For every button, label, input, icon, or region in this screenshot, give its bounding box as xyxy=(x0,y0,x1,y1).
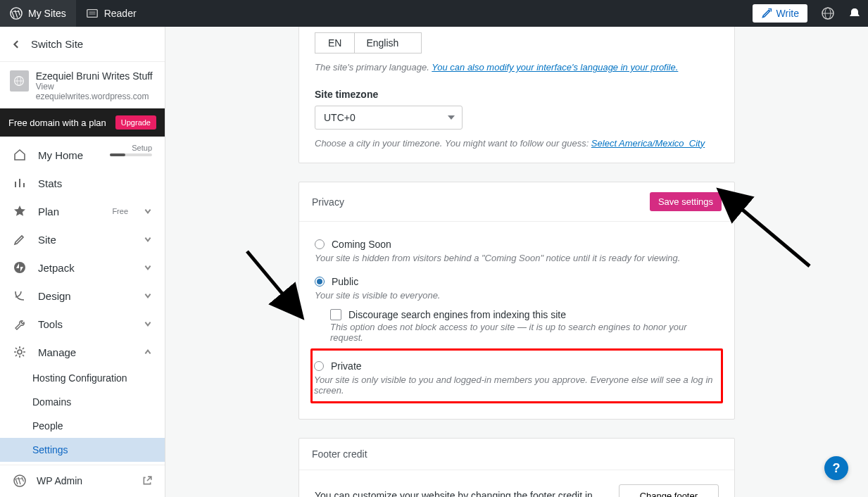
help-icon: ? xyxy=(833,461,841,476)
footer-credit-title: Footer credit xyxy=(312,448,367,460)
sidebar-item-label: WP Admin xyxy=(37,475,82,486)
nav-reader[interactable]: Reader xyxy=(76,0,146,27)
sidebar-item-label: Manage xyxy=(38,346,134,358)
privacy-title: Privacy xyxy=(312,196,344,208)
radio-coming-soon[interactable]: Coming Soon xyxy=(315,234,719,251)
coming-soon-desc: Your site is hidden from visitors behind… xyxy=(315,253,719,263)
discourage-desc: This option does not block access to you… xyxy=(330,322,719,343)
site-url: View ezequielwrites.wordpress.com xyxy=(36,82,155,101)
sidebar: Switch Site Ezequiel Bruni Writes Stuff … xyxy=(0,27,165,497)
sidebar-sub-people[interactable]: People xyxy=(0,414,165,438)
stats-icon xyxy=(13,176,28,190)
svg-point-11 xyxy=(18,350,22,354)
notification-icon[interactable] xyxy=(841,0,868,27)
site-thumb-icon xyxy=(10,70,29,92)
nav-my-sites-label: My Sites xyxy=(28,8,66,19)
svg-point-10 xyxy=(14,262,25,273)
switch-site[interactable]: Switch Site xyxy=(0,27,165,62)
sidebar-item-label: Plan xyxy=(38,206,102,218)
language-code[interactable]: EN xyxy=(315,32,354,54)
main-content: EN English The site's primary language. … xyxy=(165,27,868,497)
sidebar-item-jetpack[interactable]: Jetpack xyxy=(0,253,165,282)
design-icon xyxy=(13,289,28,303)
sidebar-item-label: Site xyxy=(38,234,134,246)
card-footer-credit: Footer credit You can customize your web… xyxy=(298,438,735,497)
discourage-label: Discourage search engines from indexing … xyxy=(348,309,566,320)
chevron-down-icon xyxy=(144,235,152,244)
domain-banner-text: Free domain with a plan xyxy=(8,118,106,128)
language-profile-link[interactable]: You can also modify your interface's lan… xyxy=(432,62,678,73)
write-label: Write xyxy=(776,8,799,19)
jetpack-icon xyxy=(13,260,28,275)
sidebar-item-plan[interactable]: Plan Free xyxy=(0,197,165,225)
setup-progress xyxy=(110,153,152,156)
sidebar-item-label: Stats xyxy=(38,177,152,189)
gear-icon xyxy=(13,345,28,359)
chevron-down-icon xyxy=(144,291,152,300)
checkbox-discourage[interactable]: Discourage search engines from indexing … xyxy=(330,309,719,320)
sidebar-item-label: Design xyxy=(38,290,134,302)
write-icon xyxy=(761,8,772,19)
checkbox-icon xyxy=(330,309,341,320)
reader-icon xyxy=(86,7,99,20)
radio-icon xyxy=(314,361,324,371)
wordpress-icon xyxy=(10,7,23,20)
setup-label: Setup xyxy=(132,144,152,152)
domain-banner: Free domain with a plan Upgrade xyxy=(0,108,165,137)
admin-bar: My Sites Reader Write xyxy=(0,0,868,27)
nav-my-sites[interactable]: My Sites xyxy=(0,0,76,27)
site-card[interactable]: Ezequiel Bruni Writes Stuff View ezequie… xyxy=(0,62,165,108)
sidebar-sub-settings[interactable]: Settings xyxy=(0,438,165,462)
timezone-suggest-link[interactable]: Select America/Mexico_City xyxy=(591,138,705,149)
chevron-left-icon xyxy=(13,40,21,49)
sidebar-item-design[interactable]: Design xyxy=(0,282,165,310)
radio-private[interactable]: Private xyxy=(314,356,719,373)
timezone-help: Choose a city in your timezone. You migh… xyxy=(315,137,719,151)
language-name[interactable]: English xyxy=(354,32,422,54)
footer-credit-desc: You can customize your website by changi… xyxy=(315,490,619,497)
wordpress-icon xyxy=(13,474,27,488)
globe-icon[interactable] xyxy=(814,0,841,27)
timezone-select[interactable]: UTC+0 xyxy=(315,106,463,130)
sidebar-sub-domains[interactable]: Domains xyxy=(0,390,165,414)
highlight-private: Private Your site is only visible to you… xyxy=(310,348,723,403)
sidebar-item-wpadmin[interactable]: WP Admin xyxy=(0,465,165,496)
card-general: EN English The site's primary language. … xyxy=(298,27,735,163)
change-footer-button[interactable]: Change footer credit xyxy=(619,484,719,497)
plan-meta: Free xyxy=(112,207,128,215)
star-icon xyxy=(13,204,28,218)
card-privacy: Privacy Save settings Coming Soon Your s… xyxy=(298,182,735,420)
sidebar-sub-hosting[interactable]: Hosting Configuration xyxy=(0,366,165,390)
radio-icon xyxy=(315,277,325,287)
sidebar-item-label: Jetpack xyxy=(38,262,134,274)
site-name: Ezequiel Bruni Writes Stuff xyxy=(36,70,155,82)
private-desc: Your site is only visible to you and log… xyxy=(314,375,719,396)
chevron-down-icon xyxy=(144,207,152,215)
sidebar-item-tools[interactable]: Tools xyxy=(0,310,165,338)
manage-subnav: Hosting Configuration Domains People Set… xyxy=(0,366,165,462)
timezone-label: Site timezone xyxy=(315,89,719,100)
sidebar-item-site[interactable]: Site xyxy=(0,225,165,253)
sidebar-item-stats[interactable]: Stats xyxy=(0,169,165,197)
sidebar-item-home[interactable]: My Home Setup xyxy=(0,141,165,169)
public-desc: Your site is visible to everyone. xyxy=(315,290,719,301)
pencil-icon xyxy=(13,232,28,246)
language-help: The site's primary language. You can als… xyxy=(315,61,719,75)
sidebar-item-label: Tools xyxy=(38,318,134,330)
help-button[interactable]: ? xyxy=(824,456,848,480)
timezone-value: UTC+0 xyxy=(324,112,356,123)
write-button[interactable]: Write xyxy=(753,4,807,23)
chevron-up-icon xyxy=(144,348,152,356)
switch-site-label: Switch Site xyxy=(31,38,83,50)
radio-icon xyxy=(315,239,325,249)
nav-reader-label: Reader xyxy=(104,8,137,19)
external-link-icon xyxy=(142,476,152,486)
sidebar-item-manage[interactable]: Manage xyxy=(0,338,165,366)
sidebar-nav: My Home Setup Stats Plan Free Site Jetpa… xyxy=(0,137,165,496)
home-icon xyxy=(13,148,28,162)
save-settings-button[interactable]: Save settings xyxy=(650,192,722,211)
radio-public[interactable]: Public xyxy=(315,272,719,289)
chevron-down-icon xyxy=(144,320,152,328)
svg-rect-1 xyxy=(87,10,96,18)
upgrade-button[interactable]: Upgrade xyxy=(115,115,156,130)
